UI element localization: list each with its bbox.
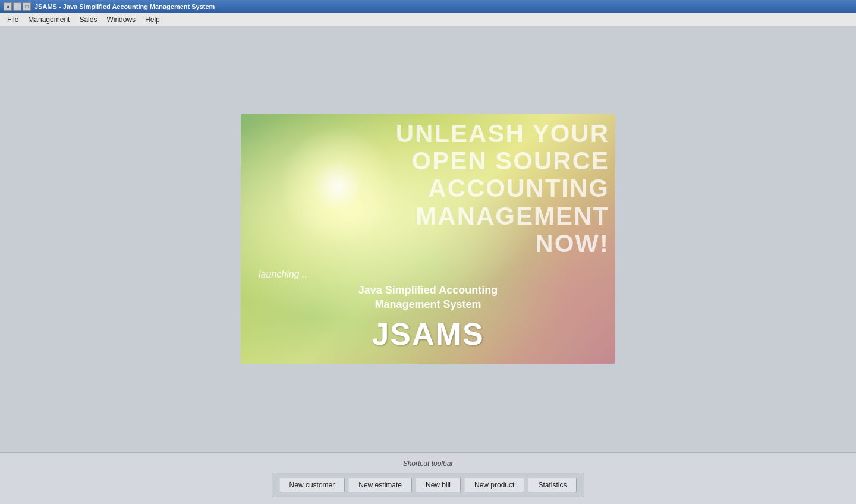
new-customer-button[interactable]: New customer [279, 478, 345, 492]
menu-sales[interactable]: Sales [74, 14, 102, 25]
splash-text: launching .. Java Simplified AccountingM… [241, 114, 615, 364]
splash-launching-text: launching .. [259, 269, 597, 280]
menu-file[interactable]: File [2, 14, 23, 25]
menu-management[interactable]: Management [23, 14, 74, 25]
maximize-button[interactable]: □ [23, 2, 31, 11]
new-estimate-button[interactable]: New estimate [348, 478, 412, 492]
menu-bar: File Management Sales Windows Help [0, 13, 856, 26]
shortcut-toolbar: Shortcut toolbar New customer New estima… [0, 452, 856, 504]
toolbar-button-group: New customer New estimate New bill New p… [272, 472, 585, 497]
new-bill-button[interactable]: New bill [416, 478, 461, 492]
window-controls[interactable]: × − □ [4, 2, 31, 11]
toolbar-label: Shortcut toolbar [403, 459, 454, 468]
splash-title-text: JSAMS [259, 316, 597, 352]
new-product-button[interactable]: New product [464, 478, 524, 492]
statistics-button[interactable]: Statistics [528, 478, 577, 492]
menu-help[interactable]: Help [140, 14, 165, 25]
close-button[interactable]: × [4, 2, 12, 11]
splash-screen: UNLEASH YOUR OPEN SOURCE ACCOUNTING MANA… [241, 114, 615, 364]
main-content: UNLEASH YOUR OPEN SOURCE ACCOUNTING MANA… [0, 26, 856, 452]
minimize-button[interactable]: − [13, 2, 21, 11]
splash-subtitle-text: Java Simplified AccountingManagement Sys… [259, 284, 597, 311]
menu-windows[interactable]: Windows [102, 14, 140, 25]
title-bar: × − □ JSAMS - Java Simplified Accounting… [0, 0, 856, 13]
window-title: JSAMS - Java Simplified Accounting Manag… [34, 3, 852, 10]
